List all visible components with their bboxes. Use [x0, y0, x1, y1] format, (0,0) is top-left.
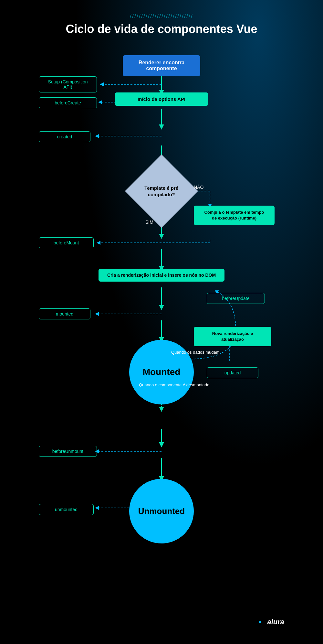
beforeupdate-box: beforeUpdate [207, 293, 265, 304]
setup-box: Setup (Composition API) [39, 76, 97, 92]
quando-dados-label: Quando os dados mudam [171, 349, 220, 355]
sim-label: SIM [145, 220, 153, 225]
diamond-text: Template é pré compilado? [136, 185, 187, 198]
mounted-hook-box: mounted [39, 308, 90, 319]
cria-render-box: Cria a renderização inicial e insere os … [99, 269, 224, 282]
nao-label: NÃO [194, 185, 203, 190]
footer-line [230, 622, 256, 622]
created-box: created [39, 131, 90, 142]
unmounted-circle: Unmounted [129, 479, 194, 543]
footer-dot [259, 621, 261, 623]
slash-decoration: //////////////////////////// [66, 13, 257, 20]
quando-desmontado-label: Quando o componente é desmontado [139, 382, 209, 388]
diagram-container: Renderer encontra componente Setup (Comp… [36, 49, 287, 637]
footer: alura [36, 618, 287, 636]
beforemount-box: beforeMount [39, 237, 94, 248]
unmounted-hook-box: unmounted [39, 504, 94, 515]
compila-box: Compila o template em tempo de execução … [194, 206, 275, 225]
updated-box: updated [207, 367, 258, 378]
header: //////////////////////////// Ciclo de vi… [66, 0, 257, 39]
nova-render-box: Nova renderização e atualização [194, 327, 271, 346]
renderer-box: Renderer encontra componente [123, 55, 200, 76]
page-content: //////////////////////////// Ciclo de vi… [0, 0, 323, 636]
diamond-node: Template é pré compilado? [136, 165, 187, 217]
page-title: Ciclo de vida de componentes Vue [66, 22, 257, 36]
options-api-box: Início da options API [115, 92, 208, 106]
alura-logo: alura [267, 618, 284, 626]
beforecreate-box: beforeCreate [39, 97, 97, 108]
beforeunmount-box: beforeUnmount [39, 446, 97, 457]
